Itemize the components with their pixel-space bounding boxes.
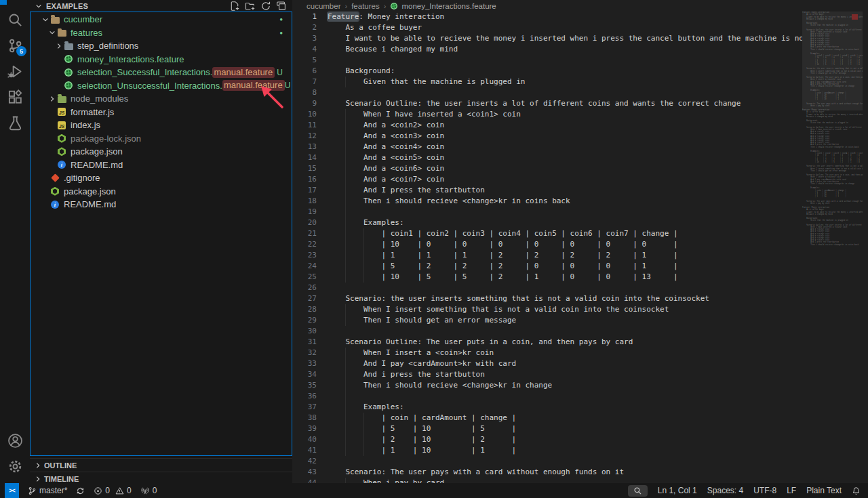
encoding-status[interactable]: UTF-8 bbox=[753, 486, 776, 495]
git-branch-status[interactable]: master* bbox=[28, 486, 67, 495]
activity-account[interactable] bbox=[0, 428, 30, 453]
tree-item-readme-md[interactable]: iREADME.md bbox=[31, 198, 292, 211]
code-line[interactable]: 4 Because i changed my mind bbox=[292, 44, 868, 55]
code-line[interactable]: 20 Examples: bbox=[292, 217, 868, 228]
zoom-indicator[interactable] bbox=[628, 485, 648, 497]
code-line[interactable]: 35 Then i should recieve <change>kr in c… bbox=[292, 380, 868, 391]
code-line[interactable]: 19 bbox=[292, 207, 868, 217]
code-line[interactable]: 23 | 1 | 1 | 1 | 2 | 2 | 2 | 2 | 1 | bbox=[292, 250, 868, 261]
tree-item-package-json[interactable]: package.json bbox=[31, 185, 292, 199]
breadcrumb-file[interactable]: money_Interactions.feature bbox=[390, 2, 496, 10]
new-folder-button[interactable] bbox=[245, 1, 256, 12]
code-line[interactable]: 11 And a <coin2> coin bbox=[292, 120, 868, 131]
code-line[interactable]: 2 As a coffee buyer bbox=[292, 22, 868, 33]
chevron-down-icon[interactable] bbox=[33, 3, 44, 9]
line-number: 34 bbox=[292, 369, 317, 380]
line-number: 31 bbox=[292, 337, 317, 348]
line-number: 5 bbox=[292, 55, 317, 66]
collapse-all-button[interactable] bbox=[276, 1, 287, 12]
code-line[interactable]: 37 Examples: bbox=[292, 402, 868, 413]
code-line[interactable]: 38 | coin | cardAmount | change | bbox=[292, 413, 868, 423]
activity-source-control[interactable]: 5 bbox=[0, 33, 30, 58]
code-line[interactable]: 3 I want to be able to recieve the money… bbox=[292, 33, 868, 44]
code-line[interactable]: 31 Scenario Outline: The user puts in a … bbox=[292, 337, 868, 348]
code-line[interactable]: 16 And a <coin7> coin bbox=[292, 174, 868, 185]
code-line[interactable]: 40 | 2 | 10 | 2 | bbox=[292, 434, 868, 445]
git-changes-dot: ● bbox=[279, 30, 283, 36]
code-line[interactable]: 9 Scenario Outline: the user inserts a l… bbox=[292, 98, 868, 109]
ports-status[interactable]: 0 bbox=[140, 486, 157, 495]
code-line[interactable]: 39 | 5 | 10 | 5 | bbox=[292, 423, 868, 434]
activity-run-debug[interactable] bbox=[0, 58, 30, 84]
tree-item-selection-successful-interactions[interactable]: selection_Successful_Interactions.manual… bbox=[31, 66, 292, 79]
code-line[interactable]: 43 Scenario: The user pays with a card w… bbox=[292, 467, 868, 478]
code-line[interactable]: 1Feature: Money interaction bbox=[292, 12, 868, 22]
line-number: 15 bbox=[292, 163, 317, 174]
explorer-header: EXAMPLES bbox=[30, 0, 292, 12]
code-line[interactable]: 42 bbox=[292, 456, 868, 467]
eol-status[interactable]: LF bbox=[787, 486, 796, 495]
tree-item-package-json[interactable]: package.json bbox=[31, 145, 292, 159]
cucumber-icon bbox=[64, 81, 73, 89]
code-line[interactable]: 6 Background: bbox=[292, 66, 868, 77]
code-line[interactable]: 29 Then I should get an error message bbox=[292, 315, 868, 326]
language-mode[interactable]: Plain Text bbox=[806, 486, 842, 495]
code-line[interactable]: 15 And a <coin6> coin bbox=[292, 163, 868, 174]
code-line[interactable]: 22 | 10 | 0 | 0 | 0 | 0 | 0 | 0 | 0 | bbox=[292, 239, 868, 250]
breadcrumb-item[interactable]: features bbox=[351, 2, 380, 10]
code-line[interactable]: 8 bbox=[292, 87, 868, 98]
code-line[interactable]: 36 bbox=[292, 391, 868, 402]
code-line[interactable]: 41 | 1 | 10 | 1 | bbox=[292, 445, 868, 456]
tree-item-cucumber[interactable]: cucumber● bbox=[31, 13, 292, 26]
code-line[interactable]: 44 When i pay by card bbox=[292, 478, 868, 483]
tree-item-step-definitions[interactable]: step_definitions bbox=[31, 39, 292, 53]
ports-count: 0 bbox=[153, 486, 157, 495]
problems-status[interactable]: 0 0 bbox=[94, 486, 131, 495]
tree-item-gitignore[interactable]: .gitignore bbox=[31, 171, 292, 185]
code-line[interactable]: 26 bbox=[292, 283, 868, 293]
breadcrumb-item[interactable]: cucumber bbox=[307, 2, 341, 10]
cursor-position[interactable]: Ln 1, Col 1 bbox=[658, 486, 697, 495]
notifications-bell[interactable] bbox=[852, 486, 861, 495]
code-line[interactable]: 7 Given that the machine is plugged in bbox=[292, 77, 868, 87]
code-line[interactable]: 18 Then i should recieve <change>kr in c… bbox=[292, 196, 868, 207]
code-line[interactable]: 30 bbox=[292, 326, 868, 337]
tree-item-index-js[interactable]: JSindex.js bbox=[31, 119, 292, 132]
code-line[interactable]: 33 And I pay <cardAmount>kr with card bbox=[292, 358, 868, 369]
new-file-button[interactable] bbox=[229, 1, 240, 12]
tree-item-features[interactable]: features● bbox=[31, 26, 292, 40]
code-line[interactable]: 32 When I insert a <coin>kr coin bbox=[292, 348, 868, 358]
refresh-button[interactable] bbox=[260, 1, 271, 12]
indentation-status[interactable]: Spaces: 4 bbox=[707, 486, 743, 495]
code-area[interactable]: 1Feature: Money interaction2 As a coffee… bbox=[292, 12, 868, 483]
code-line[interactable]: 17 And I press the startbutton bbox=[292, 185, 868, 196]
code-line[interactable]: 34 And i press the startbutton bbox=[292, 369, 868, 380]
tree-item-selection-unsuccessful-interactions[interactable]: selection_Unsuccessful_Interactions.manu… bbox=[31, 79, 292, 93]
activity-extensions[interactable] bbox=[0, 84, 30, 110]
tree-item-package-lock-json[interactable]: package-lock.json bbox=[31, 132, 292, 146]
code-line[interactable]: 21 | coin1 | coin2 | coin3 | coin4 | coi… bbox=[292, 228, 868, 239]
code-line[interactable]: 27 Scenario: the user inserts something … bbox=[292, 293, 868, 304]
sync-button[interactable] bbox=[76, 486, 85, 495]
outline-section-header[interactable]: OUTLINE bbox=[30, 458, 292, 472]
activity-search[interactable] bbox=[0, 7, 30, 33]
minimap[interactable]: Feature: Money interaction As a coffee b… bbox=[802, 12, 863, 483]
line-number: 11 bbox=[292, 120, 317, 131]
tree-item-node-modules[interactable]: node_modules bbox=[31, 92, 292, 106]
code-line[interactable]: 24 | 5 | 2 | 2 | 2 | 0 | 0 | 0 | 1 | bbox=[292, 261, 868, 272]
line-number: 26 bbox=[292, 283, 317, 293]
code-line[interactable]: 28 When I insert something that is not a… bbox=[292, 304, 868, 315]
activity-testing[interactable] bbox=[0, 110, 30, 136]
code-line[interactable]: 14 And a <coin5> coin bbox=[292, 152, 868, 163]
code-line[interactable]: 5 bbox=[292, 55, 868, 66]
tree-item-formatter-js[interactable]: JSformatter.js bbox=[31, 106, 292, 119]
remote-indicator[interactable]: >< bbox=[5, 483, 19, 498]
tree-item-money-interactions-feature[interactable]: money_Interactions.feature bbox=[31, 53, 292, 66]
activity-settings-gear[interactable] bbox=[0, 453, 30, 479]
code-line[interactable]: 25 | 10 | 5 | 5 | 2 | 1 | 0 | 0 | 13 | bbox=[292, 272, 868, 283]
tree-item-readme-md[interactable]: iREADME.md bbox=[31, 159, 292, 172]
code-line[interactable]: 12 And a <coin3> coin bbox=[292, 131, 868, 142]
line-number: 19 bbox=[292, 207, 317, 217]
code-line[interactable]: 13 And a <coin4> coin bbox=[292, 142, 868, 152]
code-line[interactable]: 10 When I have inserted a <coin1> coin bbox=[292, 109, 868, 120]
